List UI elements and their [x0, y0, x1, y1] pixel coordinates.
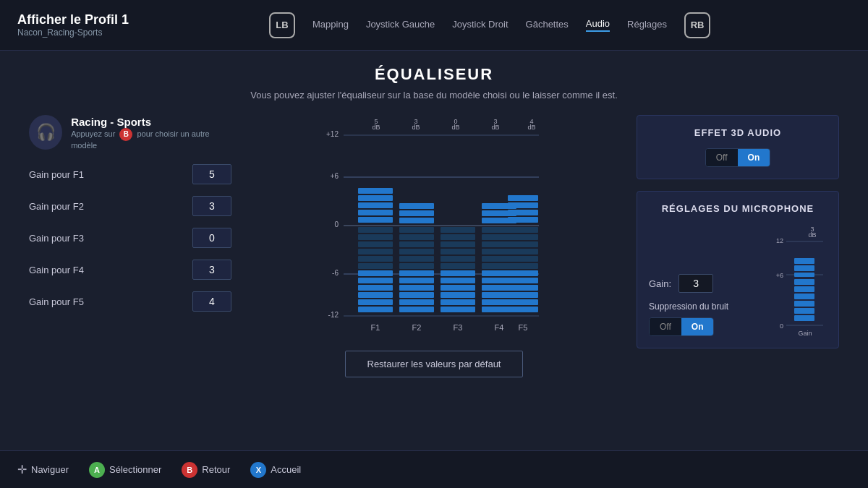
gain-f4-input[interactable] [192, 260, 231, 280]
svg-rect-86 [508, 249, 538, 254]
nav-reglages[interactable]: Réglages [627, 19, 667, 31]
svg-rect-49 [399, 292, 434, 298]
svg-rect-25 [358, 227, 393, 233]
svg-rect-48 [399, 285, 434, 291]
eq-chart: +12 +6 0 -6 -12 5 dB 3 dB 0 [318, 115, 550, 339]
svg-rect-57 [441, 263, 475, 269]
svg-text:0: 0 [334, 221, 339, 228]
svg-rect-62 [441, 299, 475, 305]
gain-f2-input[interactable] [192, 196, 231, 216]
svg-rect-87 [508, 256, 538, 262]
svg-rect-108 [794, 273, 814, 277]
x-button[interactable]: X [250, 462, 266, 478]
nav: LB Mapping Joystick Gauche Joystick Droi… [269, 12, 710, 38]
svg-rect-79 [508, 195, 538, 201]
bar-f1 [358, 188, 393, 312]
gain-f5-input[interactable] [192, 291, 231, 312]
svg-text:+6: +6 [776, 272, 783, 279]
svg-text:F1: F1 [371, 323, 380, 332]
helmet-icon: 🎧 [29, 115, 62, 150]
svg-rect-111 [794, 294, 814, 299]
mic-panel-inner: Gain: Suppression du bruit Off On [649, 224, 827, 336]
svg-rect-85 [508, 241, 538, 247]
b-button-hint: B [119, 128, 132, 141]
svg-text:dB: dB [491, 124, 499, 131]
svg-text:F4: F4 [495, 323, 504, 332]
rb-button[interactable]: RB [684, 12, 710, 38]
svg-text:dB: dB [451, 124, 459, 131]
effet3d-toggle[interactable]: Off On [705, 148, 770, 167]
svg-rect-21 [358, 195, 393, 201]
svg-rect-41 [399, 234, 434, 240]
mic-left: Gain: Suppression du bruit Off On [649, 274, 765, 336]
svg-text:F2: F2 [412, 323, 422, 332]
gain-f2-label: Gain pour F2 [29, 201, 84, 212]
svg-rect-54 [441, 241, 475, 247]
gain-f4-label: Gain pour F4 [29, 265, 84, 275]
bar-f5 [508, 195, 538, 312]
footer-navigate: ✛ Naviguer [17, 463, 69, 476]
gain-f1-input[interactable] [192, 164, 231, 184]
nav-mapping[interactable]: Mapping [312, 19, 349, 31]
svg-text:0: 0 [780, 322, 783, 330]
mic-panel: RÉGLAGES DU MICROPHONE Gain: Suppression… [637, 191, 839, 348]
svg-rect-38 [399, 210, 434, 216]
back-label: Retour [202, 464, 230, 475]
svg-rect-27 [358, 241, 393, 247]
footer: ✛ Naviguer A Sélectionner B Retour X Acc… [0, 450, 868, 488]
svg-rect-26 [358, 234, 393, 240]
header-title: Afficher le Profil 1 Nacon_Racing-Sports [17, 12, 129, 38]
profile-subtitle: Nacon_Racing-Sports [17, 27, 129, 38]
svg-rect-20 [358, 188, 393, 194]
nav-audio[interactable]: Audio [586, 18, 610, 32]
navigate-label: Naviguer [31, 464, 69, 475]
svg-rect-31 [358, 270, 393, 276]
mic-chart-svg: 3 dB +12 +6 [776, 224, 827, 336]
profile-row: 🎧 Racing - Sports Appuyez sur B pour cho… [29, 115, 231, 150]
effet3d-title: EFFET 3D AUDIO [649, 127, 827, 138]
svg-text:dB: dB [372, 124, 380, 131]
effet3d-off[interactable]: Off [706, 149, 738, 166]
suppression-off[interactable]: Off [650, 318, 681, 335]
gain-f3-input[interactable] [192, 228, 231, 248]
svg-rect-90 [508, 278, 538, 283]
svg-rect-106 [794, 258, 814, 264]
lb-button[interactable]: LB [269, 12, 295, 38]
svg-rect-56 [441, 256, 475, 262]
mic-gain-input[interactable] [678, 274, 713, 293]
nav-joystick-gauche[interactable]: Joystick Gauche [366, 19, 435, 31]
nav-gachettes[interactable]: Gâchettes [526, 19, 569, 31]
footer-back: B Retour [182, 462, 230, 478]
restore-button[interactable]: Restaurer les valeurs par défaut [345, 351, 524, 377]
suppression-label: Suppression du bruit [649, 301, 765, 312]
nav-joystick-droit[interactable]: Joystick Droit [452, 19, 508, 31]
main-content: ÉQUALISEUR Vous pouvez ajuster l'équalis… [0, 51, 868, 385]
svg-rect-113 [794, 308, 814, 314]
bar-f2 [399, 203, 434, 312]
hint-prefix: Appuyez sur [71, 129, 115, 138]
svg-rect-89 [508, 270, 538, 276]
suppression-toggle[interactable]: Off On [649, 317, 714, 336]
svg-rect-81 [508, 210, 538, 215]
gain-f5-row: Gain pour F5 [29, 291, 231, 312]
effet3d-on[interactable]: On [738, 149, 770, 166]
b-button[interactable]: B [182, 462, 197, 478]
page-subtitle: Vous pouvez ajuster l'équaliseur sur la … [29, 90, 839, 100]
suppression-on[interactable]: On [681, 318, 714, 335]
a-button[interactable]: A [89, 462, 105, 478]
svg-rect-61 [441, 292, 475, 298]
svg-rect-92 [508, 292, 538, 298]
svg-rect-42 [399, 241, 434, 247]
svg-rect-60 [441, 285, 475, 291]
svg-rect-47 [399, 278, 434, 283]
svg-rect-29 [358, 256, 393, 262]
svg-rect-55 [441, 249, 475, 254]
svg-text:+6: +6 [331, 172, 339, 180]
svg-rect-91 [508, 285, 538, 291]
svg-rect-22 [358, 202, 393, 208]
gain-f4-row: Gain pour F4 [29, 260, 231, 280]
profile-name: Racing - Sports [71, 116, 231, 128]
page-title: ÉQUALISEUR [29, 65, 839, 84]
svg-text:Gain: Gain [798, 330, 812, 336]
svg-rect-112 [794, 301, 814, 307]
